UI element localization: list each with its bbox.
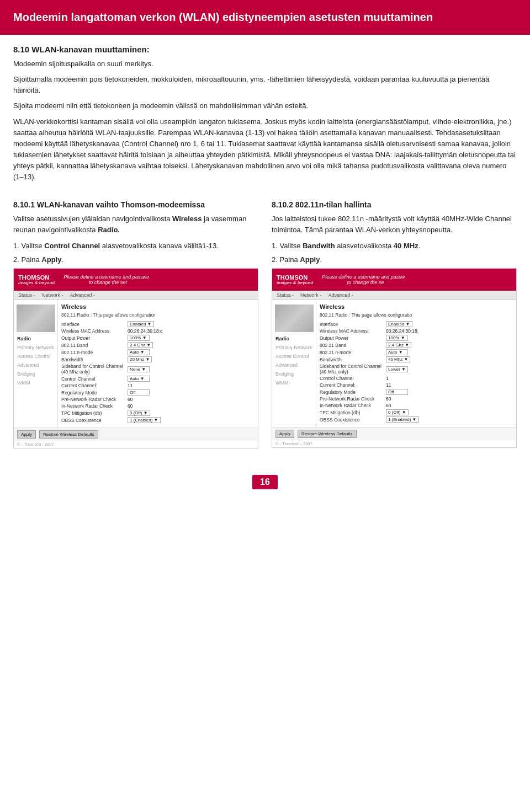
field-sideband-right: Sideband for Control Channel (40 Mhz onl…: [320, 364, 513, 375]
field-value-sideband-right[interactable]: Lower ▼: [386, 366, 408, 372]
thomson-copyright-right: © - Thomson - 2007: [272, 440, 516, 447]
field-value-current-right: 11: [386, 382, 513, 388]
field-label-tpc-left: TPC Mitigation (db): [61, 410, 128, 416]
field-value-obss-right[interactable]: 1 (Enabled) ▼: [386, 416, 419, 423]
field-label-regmode-left: Regulatory Mode: [61, 390, 128, 396]
screenshot-right: THOMSONimages & beyond Please define a u…: [272, 268, 517, 448]
field-value-sideband-left[interactable]: None ▼: [128, 366, 150, 372]
field-label-power-left: Output Power: [61, 335, 128, 341]
step-2: 2. Paina Apply.: [13, 254, 258, 266]
nav-network-left[interactable]: Network -: [42, 292, 63, 298]
step-2-right: 2. Paina Apply.: [272, 254, 517, 266]
field-value-band-left[interactable]: 2.4 Ghz ▼: [128, 342, 153, 348]
thomson-wireless-title-right: Wireless: [320, 303, 513, 310]
field-value-obss-left[interactable]: 1 (Enabled) ▼: [128, 417, 161, 423]
sidebar-item-wmm-left[interactable]: WMM: [14, 378, 57, 387]
sidebar-item-access-left[interactable]: Access Control: [14, 352, 57, 361]
field-control-right: Control Channel 1: [320, 376, 513, 381]
page-footer: 16: [13, 466, 517, 498]
field-inradar-right: In-Network Radar Check 60: [320, 403, 513, 408]
field-tpc-left: TPC Mitigation (db) 0 (Off) ▼: [61, 410, 255, 416]
field-value-regmode-right[interactable]: Off: [386, 389, 408, 395]
restore-button-left[interactable]: Restore Wireless Defaults: [39, 430, 98, 439]
field-mac-left: Wireless MAC Address: 00:26:24:30:18:c: [61, 328, 255, 334]
thomson-alert-right: Please define a username and passwClick …: [317, 272, 512, 287]
sidebar-item-access-right[interactable]: Access Control: [272, 352, 316, 361]
page-title: Modeemin langattoman verkon (WLAN) edist…: [13, 10, 517, 25]
nav-network-right[interactable]: Network -: [300, 292, 322, 298]
field-nmode-left: 802.11 n-mode Auto ▼: [61, 349, 255, 355]
field-label-mac-right: Wireless MAC Address:: [320, 328, 386, 334]
sidebar-item-radio-left[interactable]: Radio: [14, 334, 57, 343]
field-label-inradar-right: In-Network Radar Check: [320, 403, 386, 408]
nav-advanced-right[interactable]: Advanced -: [328, 292, 354, 298]
field-value-power-right[interactable]: 100% ▼: [386, 335, 408, 341]
nav-advanced-left[interactable]: Advanced -: [70, 292, 96, 298]
section-10-1-intro: Valitse asetussivujen ylälaidan navigoin…: [13, 213, 258, 235]
device-image-right: [275, 304, 314, 332]
field-value-bandwidth-left[interactable]: 20 Mhz ▼: [128, 356, 152, 362]
section-10-para1: Modeemin sijoituspaikalla on suuri merki…: [13, 58, 517, 70]
field-label-current-left: Current Channel:: [61, 383, 128, 388]
apply-button-right[interactable]: Apply: [275, 430, 294, 438]
field-value-mac-left: 00:26:24:30:18:c: [128, 328, 255, 334]
field-label-band-left: 802.11 Band: [61, 343, 128, 348]
field-sideband-left: Sideband for Control Channel (40 Mhz onl…: [61, 364, 255, 375]
screenshot-left: THOMSONimages & beyond Please define a u…: [13, 268, 258, 448]
thomson-copyright-left: © - Thomson - 2007: [14, 441, 258, 448]
sidebar-item-primary-right[interactable]: Primary Network: [272, 343, 316, 352]
restore-button-right[interactable]: Restore Wireless Defaults: [298, 430, 356, 438]
field-value-nmode-left[interactable]: Auto ▼: [128, 349, 150, 355]
nav-status-left[interactable]: Status -: [18, 292, 35, 298]
field-label-inradar-left: In-Network Radar Check: [61, 403, 128, 409]
sidebar-item-bridging-left[interactable]: Bridging: [14, 370, 57, 378]
apply-button-left[interactable]: Apply: [17, 430, 36, 439]
sidebar-item-advanced-right[interactable]: Advanced: [272, 361, 316, 370]
page-header: Modeemin langattoman verkon (WLAN) edist…: [0, 0, 530, 35]
col-right: 8.10.2 802.11n-tilan hallinta Jos laitte…: [272, 200, 517, 448]
field-value-interface-right[interactable]: Enabled ▼: [386, 321, 412, 327]
field-value-power-left[interactable]: 100% ▼: [128, 335, 150, 341]
sidebar-item-wmm-right[interactable]: WMM: [272, 378, 316, 387]
field-value-nmode-right[interactable]: Auto ▼: [386, 349, 408, 355]
field-value-inradar-left: 60: [128, 403, 255, 409]
field-label-interface-left: Interface: [61, 322, 128, 327]
thomson-header-left: THOMSONimages & beyond Please define a u…: [14, 269, 258, 291]
field-preradar-left: Pre-Network Radar Check 60: [61, 397, 255, 402]
field-label-band-right: 802.11 Band: [320, 343, 386, 348]
thomson-footer-right: Apply Restore Wireless Defaults: [272, 427, 516, 440]
field-value-tpc-left[interactable]: 0 (Off) ▼: [128, 410, 150, 416]
field-regmode-left: Regulatory Mode Off: [61, 389, 255, 396]
field-value-tpc-right[interactable]: 0 (Off) ▼: [386, 409, 409, 415]
field-value-control-left[interactable]: Auto ▼: [128, 376, 150, 382]
step-1: 1. Valitse Control Channel alasvetovalik…: [13, 241, 258, 252]
field-label-control-right: Control Channel: [320, 376, 386, 381]
thomson-nav-left: Status - Network - Advanced -: [14, 291, 258, 300]
thomson-content-left: Radio Primary Network Access Control Adv…: [14, 300, 258, 428]
field-label-current-right: Current Channel:: [320, 382, 386, 388]
field-band-left: 802.11 Band 2.4 Ghz ▼: [61, 342, 255, 348]
sidebar-item-radio-right[interactable]: Radio: [272, 334, 316, 343]
field-preradar-right: Pre-Network Radar Check 60: [320, 396, 513, 402]
field-value-bandwidth-right[interactable]: 40 Mhz ▼: [386, 356, 410, 362]
thomson-ui-right: THOMSONimages & beyond Please define a u…: [272, 269, 516, 447]
field-power-left: Output Power 100% ▼: [61, 335, 255, 341]
sidebar-item-primary-left[interactable]: Primary Network: [14, 343, 57, 352]
field-current-left: Current Channel: 11: [61, 383, 255, 388]
section-10-para2: Sijoittamalla modeemin pois tietokoneide…: [13, 74, 517, 96]
section-10-para3: Sijoita modeemi niin että tietokoneen ja…: [13, 100, 517, 111]
field-bandwidth-right: Bandwidth 40 Mhz ▼: [320, 356, 513, 362]
field-value-mac-right: 00:26:24:30:18:: [386, 328, 513, 334]
thomson-footer-left: Apply Restore Wireless Defaults: [14, 428, 258, 441]
thomson-sidebar-right: Radio Primary Network Access Control Adv…: [272, 300, 316, 427]
thomson-wireless-desc-right: 802.11 Radio : This page allows configur…: [320, 312, 513, 318]
field-value-interface-left[interactable]: Enabled ▼: [128, 321, 154, 327]
sidebar-item-bridging-right[interactable]: Bridging: [272, 370, 316, 378]
field-obss-right: OBSS Coexistence 1 (Enabled) ▼: [320, 416, 513, 423]
field-value-regmode-left[interactable]: Off: [128, 389, 150, 396]
field-value-band-right[interactable]: 2.4 Ghz ▼: [386, 342, 411, 348]
sidebar-item-advanced-left[interactable]: Advanced: [14, 361, 57, 370]
nav-status-right[interactable]: Status -: [277, 292, 294, 298]
field-label-nmode-left: 802.11 n-mode: [61, 350, 128, 355]
thomson-ui-left: THOMSONimages & beyond Please define a u…: [14, 269, 258, 448]
